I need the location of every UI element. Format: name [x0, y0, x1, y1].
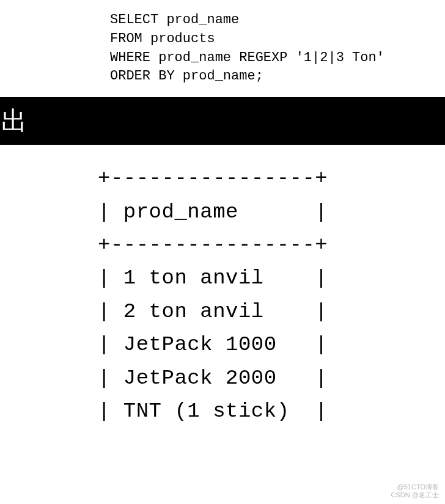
result-row-3: | JetPack 1000 |	[98, 333, 328, 356]
watermark-line-1: @51CTO博客	[391, 483, 439, 491]
result-row-5: | TNT (1 stick) |	[98, 400, 328, 423]
sql-line-2: FROM products	[110, 31, 215, 46]
sql-query-block: SELECT prod_name FROM products WHERE pro…	[0, 0, 445, 97]
result-header: | prod_name |	[98, 200, 328, 224]
section-divider-bar: 出	[0, 97, 445, 145]
query-result-block: +----------------+ | prod_name | +------…	[0, 145, 445, 428]
result-border-top: +----------------+	[98, 167, 328, 190]
result-row-1: | 1 ton anvil |	[98, 266, 328, 290]
sql-line-4: ORDER BY prod_name;	[110, 68, 263, 84]
result-border-mid: +----------------+	[98, 233, 328, 257]
watermark: @51CTO博客 CSDN @名工士	[391, 483, 439, 499]
sql-line-3: WHERE prod_name REGEXP '1|2|3 Ton'	[110, 50, 384, 65]
bar-label: 出	[1, 108, 27, 134]
result-row-2: | 2 ton anvil |	[98, 300, 328, 323]
watermark-line-2: CSDN @名工士	[391, 491, 439, 499]
result-row-4: | JetPack 2000 |	[98, 367, 328, 390]
sql-line-1: SELECT prod_name	[110, 12, 239, 27]
